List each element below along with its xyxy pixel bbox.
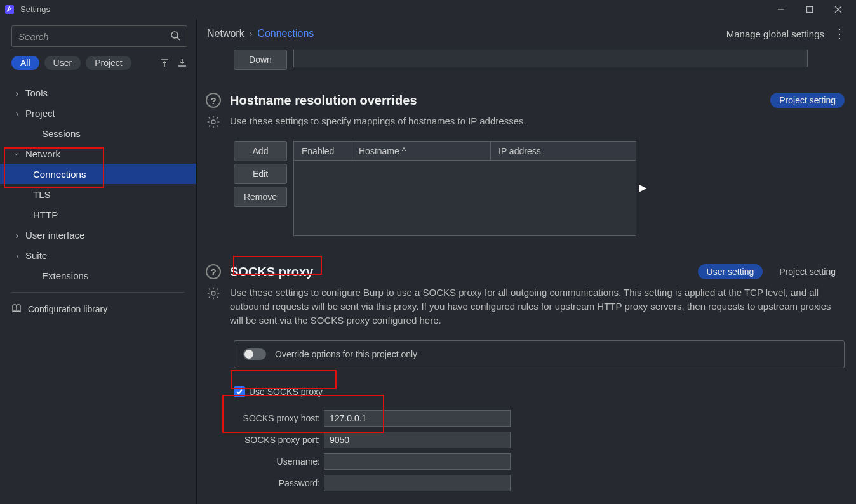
tree-label: Suite <box>25 250 47 261</box>
scope-project-badge[interactable]: Project setting <box>770 264 845 279</box>
scope-project-badge[interactable]: Project setting <box>770 93 845 108</box>
filter-all[interactable]: All <box>11 56 39 70</box>
previous-table-tail <box>293 50 808 67</box>
hostname-table[interactable]: Enabled Hostname ^ IP address <box>293 141 636 236</box>
tree-item-http[interactable]: HTTP <box>0 204 196 225</box>
down-button[interactable]: Down <box>234 50 287 70</box>
sort-asc-icon: ^ <box>402 146 406 156</box>
remove-button[interactable]: Remove <box>234 187 287 207</box>
breadcrumb-leaf[interactable]: Connections <box>257 28 314 39</box>
config-library-link[interactable]: Configuration library <box>0 296 196 322</box>
use-socks-row: Use SOCKS proxy <box>234 386 845 397</box>
use-socks-label: Use SOCKS proxy <box>249 387 323 397</box>
override-toggle[interactable] <box>243 348 266 360</box>
tree-item-tools[interactable]: › Tools <box>0 83 196 103</box>
tree-label: Network <box>25 149 60 159</box>
close-button[interactable] <box>824 0 852 19</box>
title-bar: Settings <box>0 0 856 19</box>
divider <box>11 292 185 293</box>
config-library-label: Configuration library <box>28 304 107 314</box>
app-icon <box>4 4 15 15</box>
tree-item-connections[interactable]: Connections <box>0 164 196 184</box>
search-input-wrapper[interactable] <box>11 25 187 47</box>
pass-label: Password: <box>234 478 324 488</box>
section-desc: Use these settings to configure Burp to … <box>230 286 833 328</box>
override-bar: Override options for this project only <box>234 340 845 368</box>
host-label: SOCKS proxy host: <box>234 413 324 423</box>
add-button[interactable]: Add <box>234 141 287 161</box>
svg-point-13 <box>211 291 215 295</box>
filter-user[interactable]: User <box>44 56 81 70</box>
section-hostname-resolution: ? Hostname resolution overrides Project … <box>206 93 845 236</box>
gear-icon[interactable] <box>206 286 221 301</box>
tree-label: Project <box>25 108 55 119</box>
tree-label: Tools <box>25 88 48 98</box>
chevron-right-icon: › <box>13 108 22 119</box>
maximize-button[interactable] <box>795 0 824 19</box>
tree-item-network[interactable]: › Network <box>0 143 196 164</box>
socks-port-input[interactable] <box>324 432 511 448</box>
sidebar: All User Project › Tools › Project . Ses… <box>0 19 197 504</box>
section-title: Hostname resolution overrides <box>230 93 417 108</box>
tree-label: Sessions <box>42 128 81 139</box>
tree-item-extensions[interactable]: . Extensions <box>0 265 196 286</box>
window-title: Settings <box>20 4 50 14</box>
col-enabled[interactable]: Enabled <box>294 142 351 160</box>
tree-item-ui[interactable]: › User interface <box>0 225 196 245</box>
book-icon <box>11 303 22 315</box>
tree-item-sessions[interactable]: . Sessions <box>0 123 196 143</box>
override-label: Override options for this project only <box>275 349 417 359</box>
svg-point-5 <box>171 32 178 38</box>
tree-label: HTTP <box>33 209 58 220</box>
chevron-right-icon: › <box>250 29 253 39</box>
svg-line-6 <box>177 37 180 40</box>
settings-tree: › Tools › Project . Sessions › Network C… <box>0 76 196 286</box>
socks-user-input[interactable] <box>324 453 511 470</box>
search-icon <box>170 30 180 43</box>
section-title: SOCKS proxy <box>230 265 313 279</box>
socks-form: SOCKS proxy host: SOCKS proxy port: User… <box>234 408 845 494</box>
col-ip[interactable]: IP address <box>491 142 636 160</box>
kebab-menu-icon[interactable]: ⋮ <box>833 30 846 37</box>
help-icon[interactable]: ? <box>206 264 221 279</box>
user-label: Username: <box>234 456 324 467</box>
chevron-right-icon: › <box>13 88 22 98</box>
tree-label: Connections <box>33 169 86 180</box>
cursor-icon: ▶ <box>639 182 646 194</box>
tree-label: TLS <box>33 189 51 200</box>
minimize-button[interactable] <box>766 0 795 19</box>
tree-item-project[interactable]: › Project <box>0 103 196 123</box>
manage-global-link[interactable]: Manage global settings <box>726 29 824 39</box>
tree-label: User interface <box>25 230 84 241</box>
gear-icon[interactable] <box>206 114 221 129</box>
edit-button[interactable]: Edit <box>234 164 287 184</box>
col-hostname[interactable]: Hostname ^ <box>351 142 491 160</box>
chevron-right-icon: › <box>13 230 22 241</box>
filter-project[interactable]: Project <box>86 56 131 70</box>
port-label: SOCKS proxy port: <box>234 435 324 445</box>
breadcrumb-bar: Network › Connections Manage global sett… <box>197 19 856 44</box>
socks-host-input[interactable] <box>324 410 511 427</box>
svg-point-12 <box>211 120 215 124</box>
tree-item-tls[interactable]: TLS <box>0 184 196 204</box>
chevron-down-icon: › <box>12 149 23 158</box>
svg-rect-2 <box>806 6 812 12</box>
section-desc: Use these settings to specify mappings o… <box>230 114 526 128</box>
chevron-right-icon: › <box>13 250 22 261</box>
expand-all-icon[interactable] <box>177 58 187 68</box>
main-panel: Network › Connections Manage global sett… <box>197 19 856 504</box>
section-socks-proxy: ? SOCKS proxy User setting Project setti… <box>206 264 845 504</box>
scope-user-badge[interactable]: User setting <box>698 264 763 279</box>
search-input[interactable] <box>18 31 170 42</box>
breadcrumb-root[interactable]: Network <box>207 28 244 39</box>
tree-item-suite[interactable]: › Suite <box>0 245 196 265</box>
collapse-all-icon[interactable] <box>159 58 170 68</box>
socks-pass-input[interactable] <box>324 475 511 491</box>
tree-label: Extensions <box>42 270 88 281</box>
use-socks-checkbox[interactable] <box>234 386 245 397</box>
help-icon[interactable]: ? <box>206 93 221 108</box>
